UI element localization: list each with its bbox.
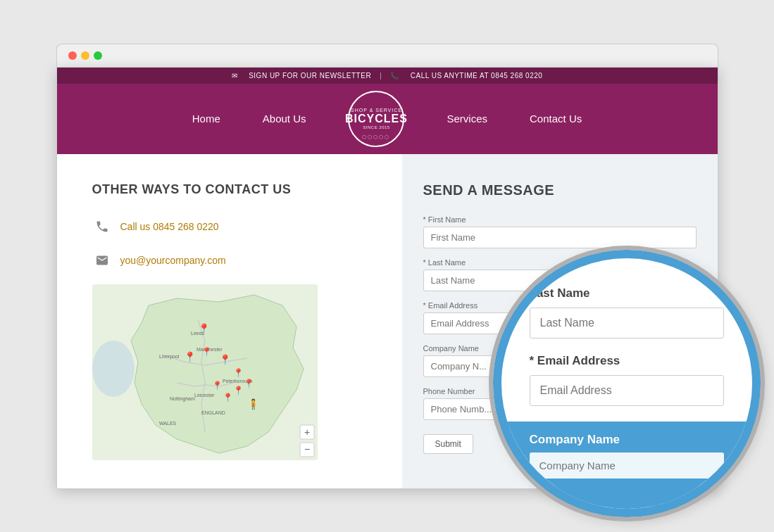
svg-text:📍: 📍	[212, 380, 223, 391]
navigation: Home About Us SHOP & SERVICE BICYCLES SI…	[57, 84, 718, 154]
phone-text: Call us 0845 268 0220	[120, 221, 219, 232]
svg-text:🧍: 🧍	[247, 398, 260, 410]
svg-text:Nottingham: Nottingham	[170, 396, 195, 402]
top-bar-divider: |	[380, 72, 382, 80]
call-text: CALL US ANYTIME AT 0845 268 0220	[411, 72, 543, 80]
newsletter-icon: ✉	[232, 72, 238, 80]
browser-chrome	[56, 44, 718, 67]
phone-contact-item: Call us 0845 268 0220	[92, 217, 374, 236]
nav-services[interactable]: Services	[447, 113, 487, 125]
svg-text:📍: 📍	[223, 392, 233, 403]
svg-text:📍: 📍	[184, 351, 196, 363]
logo-top-text: SHOP & SERVICE	[351, 108, 402, 113]
site-logo[interactable]: SHOP & SERVICE BICYCLES SINCE 2015 ⬡⬡⬡⬡⬡	[348, 91, 404, 147]
svg-point-1	[92, 341, 135, 397]
magnifier-company-input[interactable]	[530, 452, 724, 479]
logo-chain: ⬡⬡⬡⬡⬡	[362, 134, 390, 140]
svg-text:Leicester: Leicester	[194, 393, 215, 398]
svg-text:−: −	[304, 443, 310, 455]
left-panel: OTHER WAYS TO CONTACT US Call us 0845 26…	[57, 154, 402, 488]
browser-dot-minimize[interactable]	[81, 51, 89, 60]
nav-about[interactable]: About Us	[263, 113, 306, 125]
send-message-heading: SEND A MESSAGE	[423, 182, 697, 198]
magnifier-email-label: * Email Address	[530, 354, 724, 368]
svg-text:📍: 📍	[219, 354, 232, 366]
top-bar: ✉ SIGN UP FOR OUR NEWSLETTER | 📞 CALL US…	[57, 68, 718, 84]
first-name-label: * First Name	[423, 215, 697, 224]
magnifier-overlay: Last Name * Email Address Company Name	[493, 250, 761, 517]
svg-text:📍: 📍	[233, 385, 244, 395]
svg-text:Liverpool: Liverpool	[159, 354, 180, 360]
logo-main-text: BICYCLES	[345, 113, 408, 125]
newsletter-text: SIGN UP FOR OUR NEWSLETTER	[249, 72, 371, 80]
svg-text:📍: 📍	[201, 346, 212, 357]
email-icon-contact	[92, 251, 112, 270]
svg-text:📍: 📍	[244, 378, 254, 388]
submit-button[interactable]: Submit	[423, 434, 473, 454]
first-name-group: * First Name	[423, 215, 697, 248]
magnifier-email-input[interactable]	[530, 375, 724, 406]
svg-text:WALES: WALES	[159, 421, 177, 426]
nav-home[interactable]: Home	[192, 113, 220, 125]
first-name-input[interactable]	[423, 227, 697, 248]
left-panel-heading: OTHER WAYS TO CONTACT US	[92, 182, 374, 197]
svg-text:ENGLAND: ENGLAND	[201, 410, 225, 415]
browser-dot-maximize[interactable]	[94, 51, 102, 60]
magnifier-company-section: Company Name	[501, 422, 752, 509]
svg-text:📍: 📍	[233, 367, 244, 378]
logo-bottom-text: SINCE 2015	[363, 125, 389, 129]
magnifier-company-label: Company Name	[530, 433, 724, 447]
outer-wrapper: ✉ SIGN UP FOR OUR NEWSLETTER | 📞 CALL US…	[56, 44, 718, 489]
magnifier-lastname-group: Last Name	[530, 286, 724, 338]
svg-text:+: +	[304, 426, 310, 438]
map-container: Leeds Liverpool Manchester Leicester Pet…	[92, 284, 318, 460]
svg-text:📍: 📍	[198, 323, 211, 335]
phone-icon-contact	[92, 217, 112, 236]
magnifier-lastname-label: Last Name	[530, 286, 724, 300]
magnifier-lastname-input[interactable]	[530, 308, 724, 338]
email-text: you@yourcompany.com	[120, 255, 226, 266]
browser-dot-close[interactable]	[68, 51, 77, 60]
email-contact-item: you@yourcompany.com	[92, 251, 374, 270]
phone-icon: 📞	[390, 72, 399, 80]
nav-contact[interactable]: Contact Us	[530, 113, 582, 125]
magnifier-email-group: * Email Address	[530, 354, 724, 406]
